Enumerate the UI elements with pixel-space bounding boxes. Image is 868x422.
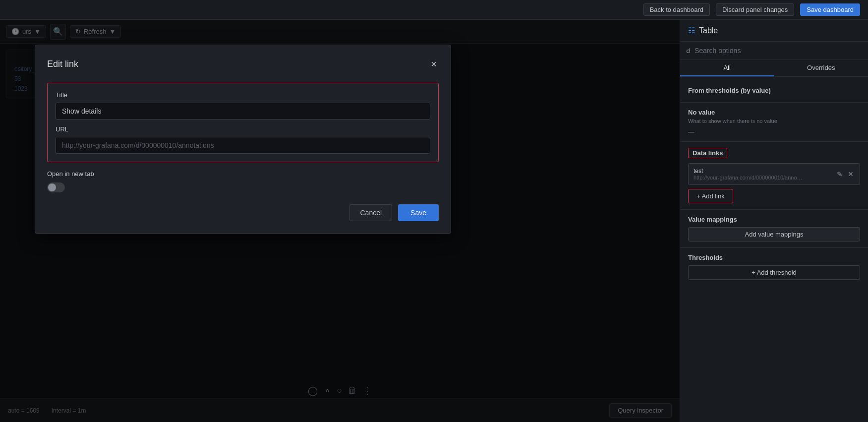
tab-all[interactable]: All <box>680 60 774 76</box>
search-icon: ☌ <box>686 47 691 55</box>
title-label: Title <box>56 91 430 99</box>
tab-overrides[interactable]: Overrides <box>774 60 868 76</box>
value-mappings-title: Value mappings <box>688 216 860 223</box>
tab-row: All Overrides <box>680 60 868 77</box>
link-item: test http://your-grafana.com/d/000000010… <box>688 163 860 185</box>
thresholds-section: Thresholds + Add threshold <box>680 250 868 284</box>
modal-header: Edit link × <box>47 57 439 71</box>
add-link-btn[interactable]: + Add link <box>688 189 733 203</box>
panel-type-label: Table <box>699 26 718 35</box>
divider-3 <box>680 209 868 210</box>
delete-link-btn[interactable]: ✕ <box>847 169 855 179</box>
divider-2 <box>680 141 868 142</box>
link-item-content: test http://your-grafana.com/d/000000010… <box>694 168 836 181</box>
no-value-subtitle: What to show when there is no value <box>688 118 860 124</box>
save-dashboard-btn[interactable]: Save dashboard <box>800 3 860 16</box>
add-value-mapping-btn[interactable]: Add value mappings <box>688 227 860 241</box>
url-label: URL <box>56 125 430 133</box>
edit-link-btn[interactable]: ✎ <box>836 169 844 179</box>
data-links-title: Data links <box>688 148 727 158</box>
main-layout: 🕑 urs ▼ 🔍 ↻ Refresh ▼ deletion_codeline … <box>0 20 868 422</box>
discard-changes-btn[interactable]: Discard panel changes <box>716 3 794 16</box>
search-options-input[interactable] <box>694 47 862 55</box>
modal-close-btn[interactable]: × <box>429 57 439 71</box>
edit-link-modal: Edit link × Title URL Open in new tab Ca… <box>35 45 451 234</box>
table-icon: ☷ <box>688 26 695 35</box>
search-bar: ☌ <box>680 42 868 60</box>
add-threshold-btn[interactable]: + Add threshold <box>688 265 860 280</box>
left-panel: 🕑 urs ▼ 🔍 ↻ Refresh ▼ deletion_codeline … <box>0 20 680 422</box>
save-button[interactable]: Save <box>398 204 439 221</box>
cancel-button[interactable]: Cancel <box>349 204 392 221</box>
toggle-container <box>47 182 439 192</box>
no-value-section: No value What to show when there is no v… <box>680 105 868 139</box>
url-input[interactable] <box>56 137 430 154</box>
no-value-title: No value <box>688 109 860 116</box>
no-value-value: — <box>688 128 860 135</box>
link-item-actions: ✎ ✕ <box>836 169 855 179</box>
top-bar: Back to dashboard Discard panel changes … <box>0 0 868 20</box>
data-links-section: Data links test http://your-grafana.com/… <box>680 144 868 207</box>
divider-4 <box>680 247 868 248</box>
open-in-tab-toggle[interactable] <box>47 182 65 192</box>
right-panel: ☷ Table ☌ All Overrides From thresholds … <box>680 20 868 422</box>
from-thresholds-section: From thresholds (by value) <box>680 83 868 100</box>
data-links-header: Data links <box>688 148 860 158</box>
link-item-name: test <box>694 168 836 175</box>
from-thresholds-title: From thresholds (by value) <box>688 87 860 94</box>
title-input[interactable] <box>56 103 430 120</box>
right-panel-header: ☷ Table <box>680 20 868 42</box>
back-to-dashboard-btn[interactable]: Back to dashboard <box>643 3 710 16</box>
link-item-url: http://your-grafana.com/d/000000010/anno… <box>694 175 803 181</box>
divider-1 <box>680 102 868 103</box>
open-in-tab-label: Open in new tab <box>47 170 439 178</box>
value-mappings-section: Value mappings Add value mappings <box>680 212 868 245</box>
form-section-highlighted: Title URL <box>47 83 439 162</box>
thresholds-title: Thresholds <box>688 254 860 261</box>
modal-title: Edit link <box>47 59 78 69</box>
modal-overlay: Edit link × Title URL Open in new tab Ca… <box>0 20 680 422</box>
modal-footer: Cancel Save <box>47 204 439 221</box>
right-panel-content: From thresholds (by value) No value What… <box>680 77 868 422</box>
